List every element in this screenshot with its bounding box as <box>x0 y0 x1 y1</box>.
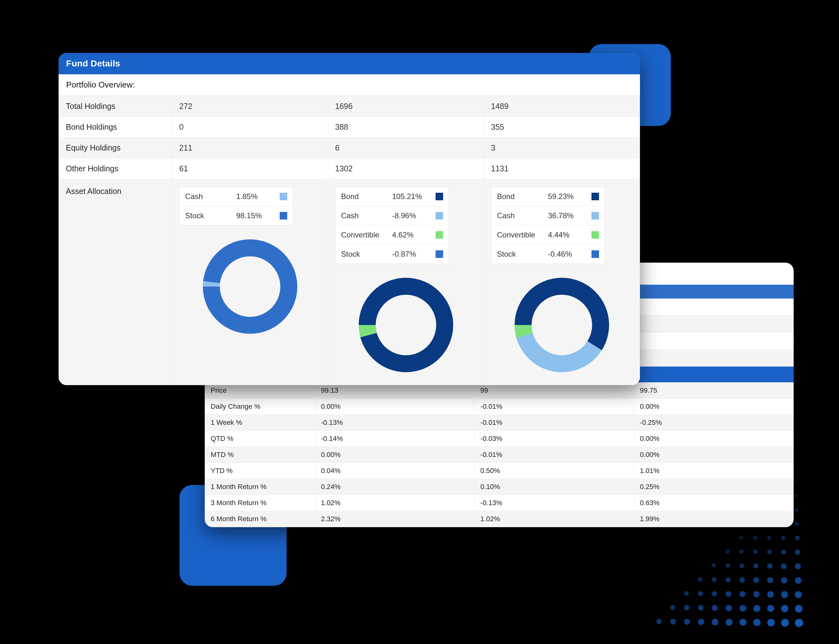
cell: -0.13% <box>315 415 475 431</box>
row-label: Other Holdings <box>59 158 172 179</box>
legend-swatch <box>586 227 605 243</box>
legend-swatch <box>430 227 449 243</box>
table-row: 6 Month Return %2.32%1.02%1.99% <box>205 511 794 527</box>
legend-row: Stock-0.87% <box>335 245 449 264</box>
allocation-legend: Bond59.23%Cash36.78%Convertible4.44%Stoc… <box>491 187 605 264</box>
cell: 1489 <box>484 96 640 117</box>
legend-swatch <box>430 208 449 223</box>
fund-details-card: Fund Details Portfolio Overview: Total H… <box>59 53 640 385</box>
holdings-table: Total Holdings 272 1696 1489 Bond Holdin… <box>59 96 640 385</box>
cell: -0.01% <box>475 399 634 415</box>
cell: 0.10% <box>475 479 634 495</box>
fund-title: Fund Details <box>59 53 640 74</box>
cell: -0.13% <box>475 495 634 511</box>
color-swatch-icon <box>435 231 443 239</box>
portfolio-overview-label: Portfolio Overview: <box>59 74 640 96</box>
legend-label: Convertible <box>491 225 545 244</box>
cell: 99.75 <box>634 383 793 399</box>
cell: 388 <box>328 117 484 138</box>
donut-wrap <box>335 264 477 372</box>
legend-swatch <box>430 246 449 262</box>
color-swatch-icon <box>591 231 599 239</box>
legend-label: Stock <box>491 245 545 264</box>
allocation-cell: Bond59.23%Cash36.78%Convertible4.44%Stoc… <box>484 179 640 385</box>
row-label: YTD % <box>205 463 315 479</box>
table-row: 1 Month Return %0.24%0.10%0.25% <box>205 479 794 495</box>
cell: 355 <box>484 117 640 138</box>
legend-row: Cash-8.96% <box>335 206 449 225</box>
color-swatch-icon <box>591 250 599 258</box>
cell: 1696 <box>328 96 484 117</box>
legend-value: 59.23% <box>545 187 586 206</box>
legend-swatch <box>586 246 605 262</box>
legend-value: -0.87% <box>389 245 430 264</box>
row-label: Asset Allocation <box>59 179 172 385</box>
cell: -0.25% <box>634 415 793 431</box>
cell: 0.63% <box>634 495 793 511</box>
cell: -0.14% <box>315 431 475 447</box>
table-row: Equity Holdings 211 6 3 <box>59 138 640 158</box>
cell: 1302 <box>328 158 484 179</box>
cell: 1.02% <box>315 495 475 511</box>
legend-label: Bond <box>335 187 389 206</box>
legend-value: -0.46% <box>545 245 586 264</box>
cell: 0.00% <box>634 447 793 463</box>
allocation-legend: Bond105.21%Cash-8.96%Convertible4.62%Sto… <box>335 187 449 264</box>
color-swatch-icon <box>280 212 287 220</box>
cell: 2.32% <box>315 511 475 527</box>
donut-chart-icon <box>515 278 609 372</box>
row-label: Equity Holdings <box>59 138 172 158</box>
table-row: 3 Month Return %1.02%-0.13%0.63% <box>205 495 794 511</box>
cell: 0.24% <box>315 479 475 495</box>
legend-value: 4.62% <box>389 225 430 244</box>
row-label: MTD % <box>205 447 315 463</box>
legend-label: Stock <box>335 245 389 264</box>
legend-swatch <box>430 189 449 204</box>
legend-label: Bond <box>491 187 545 206</box>
legend-row: Cash36.78% <box>491 206 605 225</box>
row-label: Daily Change % <box>205 399 315 415</box>
row-label: 6 Month Return % <box>205 511 315 527</box>
legend-swatch <box>586 189 605 204</box>
cell: 272 <box>172 96 328 117</box>
cell: -0.01% <box>475 447 634 463</box>
cell: 211 <box>172 138 328 158</box>
row-label: Total Holdings <box>59 96 172 117</box>
table-row: MTD %0.00%-0.01%0.00% <box>205 447 794 463</box>
table-row: 1 Week %-0.13%-0.01%-0.25% <box>205 415 794 431</box>
cell: 0 <box>172 117 328 138</box>
cell: 0.25% <box>634 479 793 495</box>
performance-table: Price99.139999.75Daily Change %0.00%-0.0… <box>205 382 794 527</box>
legend-swatch <box>586 208 605 223</box>
row-label: 1 Week % <box>205 415 315 431</box>
cell: 0.00% <box>315 447 475 463</box>
legend-label: Cash <box>335 206 389 225</box>
donut-chart-icon <box>203 239 297 334</box>
color-swatch-icon <box>280 193 287 200</box>
legend-row: Cash1.85% <box>179 187 293 206</box>
donut-wrap <box>179 225 321 334</box>
legend-row: Bond105.21% <box>335 187 449 206</box>
table-row: Bond Holdings 0 388 355 <box>59 117 640 138</box>
legend-row: Stock-0.46% <box>491 245 605 264</box>
table-row: QTD %-0.14%-0.03%0.00% <box>205 431 794 447</box>
cell: 0.50% <box>475 463 634 479</box>
cell: 0.04% <box>315 463 475 479</box>
table-row: Other Holdings 61 1302 1131 <box>59 158 640 179</box>
legend-value: 4.44% <box>545 225 586 244</box>
cell: -0.01% <box>475 415 634 431</box>
row-label: 3 Month Return % <box>205 495 315 511</box>
table-row: YTD %0.04%0.50%1.01% <box>205 463 794 479</box>
row-label: 1 Month Return % <box>205 479 315 495</box>
cell: 3 <box>484 138 640 158</box>
legend-row: Convertible4.62% <box>335 225 449 245</box>
allocation-cell: Cash1.85%Stock98.15% <box>172 179 328 385</box>
cell: 6 <box>328 138 484 158</box>
table-row: Daily Change %0.00%-0.01%0.00% <box>205 399 794 415</box>
legend-row: Convertible4.44% <box>491 225 605 245</box>
color-swatch-icon <box>591 212 599 220</box>
legend-value: 1.85% <box>233 187 274 206</box>
allocation-cell: Bond105.21%Cash-8.96%Convertible4.62%Sto… <box>328 179 484 385</box>
cell: 0.00% <box>634 399 793 415</box>
color-swatch-icon <box>435 250 443 258</box>
